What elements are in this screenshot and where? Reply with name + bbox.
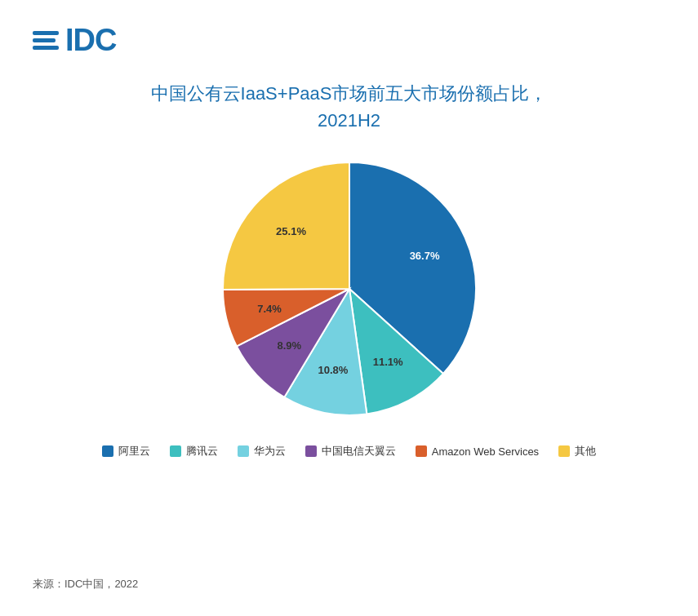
svg-text:36.7%: 36.7%: [409, 250, 439, 262]
source-text: 来源：IDC中国，2022: [33, 577, 138, 592]
legend-item: 华为云: [238, 444, 286, 459]
legend-item: Amazon Web Services: [416, 444, 539, 459]
legend-color-dot: [305, 445, 317, 457]
legend-label: 其他: [575, 444, 596, 459]
legend-label: 华为云: [254, 444, 286, 459]
legend: 阿里云腾讯云华为云中国电信天翼云Amazon Web Services其他: [33, 444, 665, 459]
svg-text:11.1%: 11.1%: [372, 356, 402, 368]
legend-color-dot: [558, 445, 570, 457]
legend-item: 腾讯云: [170, 444, 218, 459]
logo-area: IDC: [33, 24, 116, 55]
svg-text:7.4%: 7.4%: [257, 303, 282, 315]
legend-label: 阿里云: [118, 444, 150, 459]
legend-item: 中国电信天翼云: [305, 444, 396, 459]
chart-title-line1: 中国公有云IaaS+PaaS市场前五大市场份额占比，: [33, 80, 665, 107]
pie-chart: 36.7%11.1%10.8%8.9%7.4%25.1%: [211, 150, 488, 428]
legend-item: 其他: [558, 444, 596, 459]
legend-label: 腾讯云: [186, 444, 218, 459]
legend-label: Amazon Web Services: [432, 445, 539, 458]
chart-area: 36.7%11.1%10.8%8.9%7.4%25.1%: [33, 150, 665, 428]
legend-item: 阿里云: [102, 444, 150, 459]
svg-text:8.9%: 8.9%: [277, 339, 301, 352]
legend-label: 中国电信天翼云: [322, 444, 396, 459]
logo-text: IDC: [65, 24, 116, 55]
svg-text:25.1%: 25.1%: [276, 225, 306, 237]
chart-title: 中国公有云IaaS+PaaS市场前五大市场份额占比， 2021H2: [33, 80, 665, 134]
legend-color-dot: [102, 445, 113, 457]
idc-logo-icon: [33, 31, 59, 50]
svg-text:10.8%: 10.8%: [318, 364, 348, 376]
legend-color-dot: [238, 445, 249, 457]
legend-color-dot: [416, 445, 427, 457]
legend-color-dot: [170, 445, 181, 457]
chart-title-line2: 2021H2: [33, 107, 665, 134]
